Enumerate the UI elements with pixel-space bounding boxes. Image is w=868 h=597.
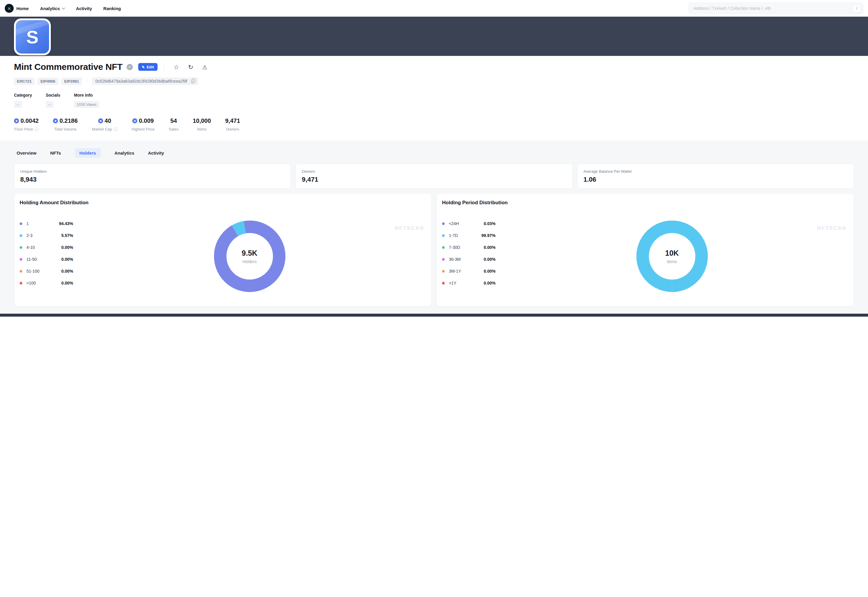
info-icon <box>114 127 117 131</box>
legend-dot <box>19 282 22 285</box>
card-value: 1.06 <box>583 176 848 183</box>
stat-owners: 9,471 Owners <box>226 117 240 131</box>
legend-dot <box>442 282 445 285</box>
views-badge: 1030 Views <box>74 101 99 108</box>
stat-market-cap: 40 Market Cap <box>92 117 117 131</box>
card-owners: Owners 9,471 <box>295 164 572 189</box>
legend-label: 4-10 <box>27 245 61 250</box>
legend-dot <box>19 270 22 273</box>
stat-floor-price: 0.0042 Floor Price <box>14 117 39 131</box>
meta-row: Category -- Socials -- More Info 1030 Vi… <box>14 93 854 108</box>
tab-holders[interactable]: Holders <box>75 148 101 158</box>
standards-row: ERC721 EIP4906 EIP2981 0x526d6479a3a63a9… <box>14 77 854 85</box>
stat-label: Highest Price <box>132 127 154 131</box>
tab-nfts[interactable]: NFTs <box>50 150 61 156</box>
nav-links: Home Analytics Activity Ranking <box>5 4 121 13</box>
standard-badge-erc721: ERC721 <box>14 77 34 85</box>
legend-percent: 0.00% <box>61 269 73 273</box>
legend-label: 11-50 <box>27 257 61 261</box>
legend-percent: 5.57% <box>61 233 73 238</box>
contract-address: 0x526d6479a3a63a92dc3f4280d36dba6fceea2f… <box>95 79 187 83</box>
legend-label: >100 <box>27 281 61 285</box>
nav-analytics-label: Analytics <box>40 6 60 11</box>
nav-home[interactable]: Home <box>5 4 29 13</box>
card-average-balance: Average Balance Per Wallet 1.06 <box>577 164 854 189</box>
chart-title: Holding Period Distribution <box>442 200 849 206</box>
eth-icon <box>14 118 19 123</box>
socials-label: Socials <box>46 93 60 98</box>
legend-item: >1Y 0.00% <box>442 281 496 285</box>
nftscan-logo-icon <box>5 4 14 13</box>
card-value: 8,943 <box>20 176 285 183</box>
legend-label: 3M-1Y <box>449 269 484 273</box>
card-unique-holders: Unique Holders 8,943 <box>14 164 291 189</box>
nav-activity-label: Activity <box>76 6 92 11</box>
legend-dot <box>442 258 445 261</box>
stat-label: Items <box>197 127 206 131</box>
nav-analytics[interactable]: Analytics <box>40 6 65 11</box>
legend-percent: 0.00% <box>484 245 496 250</box>
tab-activity[interactable]: Activity <box>148 150 164 156</box>
nftscan-watermark: NFTSCAN <box>817 225 847 231</box>
collection-logo <box>14 18 51 55</box>
donut-center: 10K Items <box>635 220 709 293</box>
legend-percent: 0.00% <box>61 245 73 250</box>
refresh-icon[interactable] <box>185 63 196 71</box>
standard-badge-eip2981: EIP2981 <box>61 77 82 85</box>
legend-dot <box>442 270 445 273</box>
legend-item: 1 94.43% <box>19 221 73 226</box>
edit-button[interactable]: Edit <box>138 63 157 71</box>
chart-legend: <24H 0.03% 1-7D 99.97% 7-30D 0.00% <box>442 221 496 293</box>
legend-dot <box>19 246 22 249</box>
legend-item: 4-10 0.00% <box>19 245 73 250</box>
stat-label: Total Volume <box>54 127 76 131</box>
legend-label: 1 <box>27 221 59 226</box>
copy-icon[interactable] <box>191 80 194 83</box>
stat-value: 0.2186 <box>59 117 77 124</box>
more-info-label: More Info <box>74 93 99 98</box>
meta-category: Category -- <box>14 93 32 108</box>
legend-percent: 0.03% <box>484 221 496 226</box>
stat-value: 40 <box>105 117 111 124</box>
legend-label: 7-30D <box>449 245 484 250</box>
nav-activity[interactable]: Activity <box>76 6 92 11</box>
legend-dot <box>19 258 22 261</box>
holding-amount-chart-card: Holding Amount Distribution NFTSCAN 1 94… <box>14 193 432 306</box>
collection-banner <box>0 17 868 56</box>
stat-value: 10,000 <box>193 117 211 124</box>
stat-label: Market Cap <box>92 127 112 131</box>
legend-percent: 0.00% <box>61 281 73 285</box>
stat-highest-price: 0.009 Highest Price <box>132 117 154 131</box>
legend-item: <24H 0.03% <box>442 221 496 226</box>
legend-item: 11-50 0.00% <box>19 257 73 261</box>
page-title: Mint Commemorative NFT <box>14 62 122 72</box>
nav-ranking[interactable]: Ranking <box>104 6 121 11</box>
legend-label: 1-7D <box>449 233 482 238</box>
legend-percent: 99.97% <box>482 233 496 238</box>
search-input[interactable] <box>693 6 853 11</box>
top-nav: Home Analytics Activity Ranking / <box>0 0 868 17</box>
donut-center: 9.5K Holders <box>213 220 286 293</box>
stat-items: 10,000 Items <box>193 117 211 131</box>
eth-icon <box>132 118 137 123</box>
divider <box>164 63 165 70</box>
socials-value: -- <box>46 101 54 108</box>
legend-item: 30-3M 0.00% <box>442 257 496 261</box>
divider <box>87 79 87 83</box>
legend-percent: 0.00% <box>61 257 73 261</box>
legend-label: 51-100 <box>27 269 61 273</box>
chart-title: Holding Amount Distribution <box>19 200 426 206</box>
stat-value: 0.0042 <box>21 117 39 124</box>
stat-sales: 54 Sales <box>169 117 179 131</box>
nav-ranking-label: Ranking <box>104 6 121 11</box>
eth-icon <box>98 118 103 123</box>
donut-center-label: Holders <box>242 259 257 264</box>
donut-area: 9.5K Holders <box>73 220 426 293</box>
tab-analytics[interactable]: Analytics <box>114 150 134 156</box>
favorite-star-icon[interactable] <box>171 63 182 71</box>
info-icon <box>34 127 39 131</box>
card-label: Unique Holders <box>20 169 285 174</box>
slash-shortcut-badge: / <box>853 4 861 12</box>
tab-overview[interactable]: Overview <box>17 150 37 156</box>
report-warning-icon[interactable] <box>199 63 210 71</box>
